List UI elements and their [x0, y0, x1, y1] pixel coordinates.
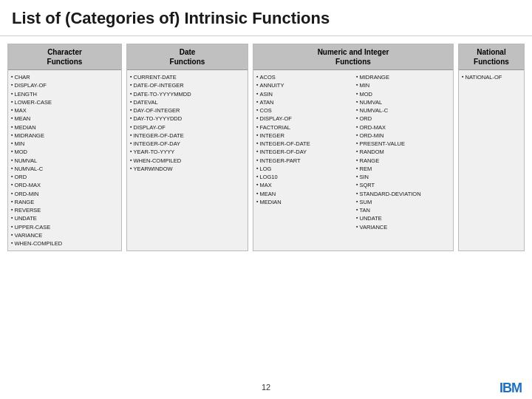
list-item: ▪COS: [256, 106, 350, 115]
character-header: Character Functions: [8, 44, 121, 70]
list-item: ▪MIN: [356, 81, 450, 89]
bullet-icon: ▪: [11, 81, 13, 89]
list-item: ▪DATEVAL: [130, 98, 245, 106]
bullet-icon: ▪: [256, 123, 258, 132]
list-item: ▪CURRENT-DATE: [130, 73, 245, 81]
list-item: ▪REVERSE: [11, 206, 118, 214]
bullet-icon: ▪: [356, 90, 358, 98]
bullet-icon: ▪: [256, 90, 258, 98]
bullet-icon: ▪: [11, 157, 13, 165]
bullet-icon: ▪: [130, 132, 132, 140]
bullet-icon: ▪: [130, 81, 132, 89]
bullet-icon: ▪: [256, 81, 258, 89]
list-item: ▪NUMVAL-C: [356, 106, 450, 115]
list-item: ▪INTEGER-PART: [256, 157, 350, 165]
list-item: ▪UNDATE: [356, 214, 450, 222]
bullet-icon: ▪: [11, 173, 13, 181]
list-item: ▪MOD: [356, 90, 450, 98]
list-item: ▪INTEGER: [256, 132, 350, 140]
character-items: ▪CHAR▪DISPLAY-OF▪LENGTH▪LOWER-CASE▪MAX▪M…: [8, 70, 121, 250]
bullet-icon: ▪: [256, 106, 258, 115]
list-item: ▪MIN: [11, 140, 118, 148]
list-item: ▪REM: [356, 165, 450, 173]
list-item: ▪MIDRANGE: [356, 73, 450, 81]
bullet-icon: ▪: [256, 165, 258, 173]
bullet-icon: ▪: [256, 73, 258, 81]
bullet-icon: ▪: [256, 181, 258, 189]
bullet-icon: ▪: [356, 223, 358, 231]
bullet-icon: ▪: [130, 157, 132, 165]
list-item: ▪CHAR: [11, 73, 118, 81]
bullet-icon: ▪: [356, 165, 358, 173]
list-item: ▪LENGTH: [11, 90, 118, 98]
list-item: ▪WHEN-COMPILED: [130, 157, 245, 165]
list-item: ▪MAX: [256, 181, 350, 189]
numeric-header: Numeric and Integer Functions: [253, 44, 453, 70]
list-item: ▪INTEGER-OF-DAY: [256, 148, 350, 156]
page-number: 12: [12, 383, 520, 392]
list-item: ▪UNDATE: [11, 214, 118, 222]
bullet-icon: ▪: [356, 73, 358, 81]
list-item: ▪SIN: [356, 173, 450, 181]
list-item: ▪LOG: [256, 165, 350, 173]
list-item: ▪ACOS: [256, 73, 350, 81]
bullet-icon: ▪: [256, 190, 258, 198]
national-functions-box: National Functions ▪NATIONAL-OF: [458, 44, 525, 251]
bullet-icon: ▪: [356, 140, 358, 148]
list-item: ▪ORD: [356, 115, 450, 123]
bullet-icon: ▪: [11, 140, 13, 148]
bullet-icon: ▪: [11, 231, 13, 239]
list-item: ▪ORD-MIN: [11, 190, 118, 198]
list-item: ▪YEAR-TO-YYYY: [130, 148, 245, 156]
list-item: ▪RANGE: [356, 157, 450, 165]
bullet-icon: ▪: [130, 90, 132, 98]
bullet-icon: ▪: [11, 98, 13, 106]
list-item: ▪NUMVAL-C: [11, 165, 118, 173]
bullet-icon: ▪: [11, 165, 13, 173]
bullet-icon: ▪: [11, 106, 13, 115]
list-item: ▪PRESENT-VALUE: [356, 140, 450, 148]
ibm-logo: IBM: [499, 381, 522, 395]
bullet-icon: ▪: [256, 115, 258, 123]
bullet-icon: ▪: [256, 198, 258, 206]
list-item: ▪TAN: [356, 206, 450, 214]
list-item: ▪MIDRANGE: [11, 132, 118, 140]
list-item: ▪NATIONAL-OF: [462, 73, 521, 81]
list-item: ▪ORD-MAX: [11, 181, 118, 189]
list-item: ▪ORD: [11, 173, 118, 181]
bullet-icon: ▪: [356, 132, 358, 140]
bullet-icon: ▪: [11, 181, 13, 189]
bullet-icon: ▪: [11, 132, 13, 140]
date-items: ▪CURRENT-DATE▪DATE-OF-INTEGER▪DATE-TO-YY…: [127, 70, 248, 176]
bullet-icon: ▪: [256, 98, 258, 106]
list-item: ▪VARIANCE: [356, 223, 450, 231]
bullet-icon: ▪: [11, 90, 13, 98]
bullet-icon: ▪: [462, 73, 463, 81]
bullet-icon: ▪: [256, 140, 258, 148]
bullet-icon: ▪: [11, 115, 13, 123]
list-item: ▪MEAN: [11, 115, 118, 123]
bullet-icon: ▪: [356, 106, 358, 115]
bullet-icon: ▪: [130, 115, 132, 123]
bullet-icon: ▪: [130, 148, 132, 156]
list-item: ▪MEDIAN: [11, 123, 118, 132]
numeric-items: ▪ACOS▪ANNUITY▪ASIN▪ATAN▪COS▪DISPLAY-OF▪F…: [253, 70, 453, 234]
numeric-functions-box: Numeric and Integer Functions ▪ACOS▪ANNU…: [253, 44, 454, 251]
bullet-icon: ▪: [356, 214, 358, 222]
bullet-icon: ▪: [356, 115, 358, 123]
bullet-icon: ▪: [356, 173, 358, 181]
bullet-icon: ▪: [11, 123, 13, 132]
list-item: ▪FACTORIAL: [256, 123, 350, 132]
bullet-icon: ▪: [356, 181, 358, 189]
list-item: ▪DISPLAY-OF: [11, 81, 118, 89]
national-header: National Functions: [459, 44, 524, 70]
bullet-icon: ▪: [130, 123, 132, 132]
bullet-icon: ▪: [256, 157, 258, 165]
list-item: ▪ORD-MAX: [356, 123, 450, 132]
list-item: ▪RANDOM: [356, 148, 450, 156]
list-item: ▪NUMVAL: [11, 157, 118, 165]
bullet-icon: ▪: [130, 106, 132, 115]
list-item: ▪ORD-MIN: [356, 132, 450, 140]
list-item: ▪NUMVAL: [356, 98, 450, 106]
list-item: ▪DAY-OF-INTEGER: [130, 106, 245, 115]
